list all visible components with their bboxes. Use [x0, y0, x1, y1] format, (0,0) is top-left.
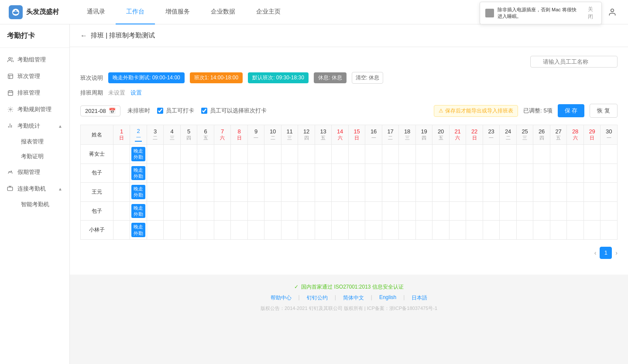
- checkbox-choose-shift[interactable]: 员工可以选择班次打卡: [201, 107, 267, 115]
- cell-3-19[interactable]: [432, 201, 450, 221]
- cell-3-28[interactable]: [583, 201, 601, 221]
- cell-2-17[interactable]: [399, 183, 416, 202]
- shift-tag-shift1[interactable]: 班次1: 14:00-18:00: [190, 72, 243, 83]
- cell-4-27[interactable]: [567, 221, 584, 240]
- cell-4-1[interactable]: 晚走 外勤: [130, 221, 147, 240]
- sidebar-item-shift-manage[interactable]: 班次管理: [0, 68, 69, 85]
- back-button[interactable]: ←: [80, 32, 87, 40]
- cell-4-9[interactable]: [264, 221, 281, 240]
- cell-3-1[interactable]: 晚走 外勤: [130, 201, 147, 221]
- cell-4-19[interactable]: [432, 221, 450, 240]
- prev-page-button[interactable]: ‹: [594, 249, 597, 256]
- cell-3-17[interactable]: [399, 201, 416, 221]
- cell-3-4[interactable]: [180, 201, 197, 221]
- cell-3-29[interactable]: [601, 201, 618, 221]
- nav-contacts[interactable]: 通讯录: [76, 0, 116, 24]
- cell-2-21[interactable]: [466, 183, 483, 202]
- footer-help[interactable]: 帮助中心: [271, 294, 292, 302]
- sidebar-item-stats[interactable]: 考勤统计 ▲: [0, 118, 69, 134]
- cell-3-6[interactable]: [214, 201, 231, 221]
- cell-1-4[interactable]: [180, 163, 197, 183]
- cell-1-21[interactable]: [466, 163, 483, 183]
- cell-4-14[interactable]: [348, 221, 365, 240]
- cell-2-14[interactable]: [348, 183, 365, 202]
- cell-0-7[interactable]: [231, 145, 248, 164]
- cell-4-29[interactable]: [601, 221, 618, 240]
- shift-tag-late-out[interactable]: 晚走外勤卡测试: 09:00-14:00: [108, 72, 185, 83]
- cell-2-11[interactable]: [298, 183, 315, 202]
- cell-3-10[interactable]: [281, 201, 298, 221]
- cell-1-29[interactable]: [601, 163, 618, 183]
- cell-0-14[interactable]: [348, 145, 365, 164]
- sidebar-item-schedule-manage[interactable]: 排班管理: [0, 85, 69, 101]
- cell-4-0[interactable]: [113, 221, 130, 240]
- cell-0-22[interactable]: [483, 145, 500, 164]
- cell-1-20[interactable]: [449, 163, 466, 183]
- cell-0-26[interactable]: [550, 145, 567, 164]
- sidebar-item-connect-machine[interactable]: 连接考勤机 ▲: [0, 180, 69, 197]
- cell-4-20[interactable]: [449, 221, 466, 240]
- cell-1-28[interactable]: [583, 163, 601, 183]
- cell-2-6[interactable]: [214, 183, 231, 202]
- cell-1-6[interactable]: [214, 163, 231, 183]
- cell-3-15[interactable]: [365, 201, 382, 221]
- cell-1-11[interactable]: [298, 163, 315, 183]
- cell-3-8[interactable]: [247, 201, 264, 221]
- notification-close[interactable]: 关闭: [588, 6, 596, 20]
- footer-agreement[interactable]: 钉钉公约: [307, 294, 328, 302]
- cell-3-11[interactable]: [298, 201, 315, 221]
- cell-0-28[interactable]: [583, 145, 601, 164]
- cell-1-16[interactable]: [382, 163, 399, 183]
- sidebar-item-smart-machine[interactable]: 智能考勤机: [10, 197, 69, 212]
- cell-3-16[interactable]: [382, 201, 399, 221]
- sidebar-item-attendance-cert[interactable]: 考勤证明: [10, 149, 69, 164]
- cell-4-6[interactable]: [214, 221, 231, 240]
- cell-0-20[interactable]: [449, 145, 466, 164]
- cell-3-23[interactable]: [500, 201, 517, 221]
- cell-1-26[interactable]: [550, 163, 567, 183]
- cell-3-25[interactable]: [533, 201, 550, 221]
- cell-0-25[interactable]: [533, 145, 550, 164]
- cell-0-0[interactable]: [113, 145, 130, 164]
- cell-1-7[interactable]: [231, 163, 248, 183]
- cell-0-1[interactable]: 晚走 外勤: [130, 145, 147, 164]
- cell-4-25[interactable]: [533, 221, 550, 240]
- cell-1-27[interactable]: [567, 163, 584, 183]
- cell-2-19[interactable]: [432, 183, 450, 202]
- cell-4-4[interactable]: [180, 221, 197, 240]
- cell-4-3[interactable]: [164, 221, 181, 240]
- cell-2-12[interactable]: [315, 183, 332, 202]
- cell-3-26[interactable]: [550, 201, 567, 221]
- cell-0-5[interactable]: [197, 145, 214, 164]
- cell-4-13[interactable]: [332, 221, 349, 240]
- footer-zh[interactable]: 简体中文: [343, 294, 364, 302]
- cell-0-13[interactable]: [332, 145, 349, 164]
- cell-2-24[interactable]: [516, 183, 533, 202]
- cell-0-4[interactable]: [180, 145, 197, 164]
- restore-button[interactable]: 恢 复: [590, 104, 618, 118]
- cell-4-7[interactable]: [231, 221, 248, 240]
- sidebar-item-leave-manage[interactable]: 假期管理: [0, 164, 69, 180]
- checkbox-can-clock[interactable]: 员工可打卡: [157, 107, 194, 115]
- cell-0-17[interactable]: [399, 145, 416, 164]
- cell-2-5[interactable]: [197, 183, 214, 202]
- cell-3-5[interactable]: [197, 201, 214, 221]
- cell-4-12[interactable]: [315, 221, 332, 240]
- cell-3-9[interactable]: [264, 201, 281, 221]
- clear-button[interactable]: 清空: 休息: [352, 72, 384, 84]
- cell-0-10[interactable]: [281, 145, 298, 164]
- cell-0-2[interactable]: [147, 145, 164, 164]
- save-button[interactable]: 保 存: [558, 104, 585, 117]
- cell-0-11[interactable]: [298, 145, 315, 164]
- checkbox-choose-shift-input[interactable]: [201, 108, 207, 114]
- cell-3-0[interactable]: [113, 201, 130, 221]
- cell-2-18[interactable]: [415, 183, 432, 202]
- cell-4-18[interactable]: [415, 221, 432, 240]
- cell-1-0[interactable]: [113, 163, 130, 183]
- cell-1-10[interactable]: [281, 163, 298, 183]
- cell-1-17[interactable]: [399, 163, 416, 183]
- cell-0-27[interactable]: [567, 145, 584, 164]
- cell-1-24[interactable]: [516, 163, 533, 183]
- cell-4-15[interactable]: [365, 221, 382, 240]
- cell-2-16[interactable]: [382, 183, 399, 202]
